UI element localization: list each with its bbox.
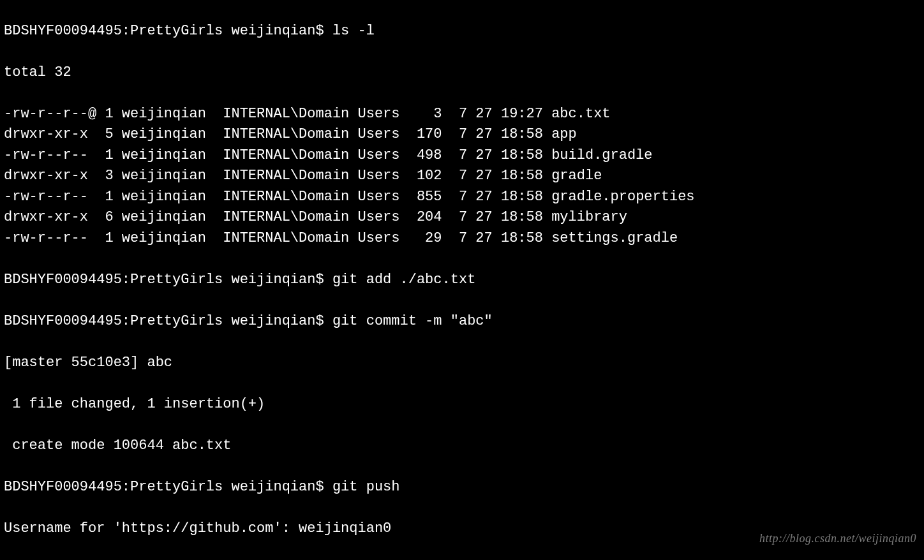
terminal-line: BDSHYF00094495:PrettyGirls weijinqian$ g… (4, 270, 920, 291)
command-ls: ls -l (332, 23, 375, 39)
commit-output: create mode 100644 abc.txt (4, 436, 920, 457)
ls-row: -rw-r--r-- 1 weijinqian INTERNAL\Domain … (4, 228, 920, 249)
ls-row: drwxr-xr-x 5 weijinqian INTERNAL\Domain … (4, 124, 920, 145)
terminal-line: BDSHYF00094495:PrettyGirls weijinqian$ g… (4, 477, 920, 498)
terminal[interactable]: BDSHYF00094495:PrettyGirls weijinqian$ l… (0, 0, 924, 560)
command-git-add: git add ./abc.txt (332, 272, 475, 288)
prompt: BDSHYF00094495:PrettyGirls weijinqian$ (4, 272, 332, 288)
watermark: http://blog.csdn.net/weijinqian0 (759, 528, 916, 549)
ls-row: drwxr-xr-x 3 weijinqian INTERNAL\Domain … (4, 166, 920, 187)
ls-row: -rw-r--r-- 1 weijinqian INTERNAL\Domain … (4, 145, 920, 166)
ls-row: -rw-r--r-- 1 weijinqian INTERNAL\Domain … (4, 187, 920, 208)
commit-output: 1 file changed, 1 insertion(+) (4, 394, 920, 415)
prompt: BDSHYF00094495:PrettyGirls weijinqian$ (4, 23, 332, 39)
ls-row: -rw-r--r--@ 1 weijinqian INTERNAL\Domain… (4, 104, 920, 125)
ls-total: total 32 (4, 63, 920, 84)
prompt: BDSHYF00094495:PrettyGirls weijinqian$ (4, 313, 332, 329)
command-git-commit: git commit -m "abc" (332, 313, 493, 329)
commit-output: [master 55c10e3] abc (4, 353, 920, 374)
ls-row: drwxr-xr-x 6 weijinqian INTERNAL\Domain … (4, 207, 920, 228)
terminal-line: BDSHYF00094495:PrettyGirls weijinqian$ l… (4, 21, 920, 42)
command-git-push: git push (332, 479, 400, 495)
terminal-line: BDSHYF00094495:PrettyGirls weijinqian$ g… (4, 311, 920, 332)
prompt: BDSHYF00094495:PrettyGirls weijinqian$ (4, 479, 332, 495)
